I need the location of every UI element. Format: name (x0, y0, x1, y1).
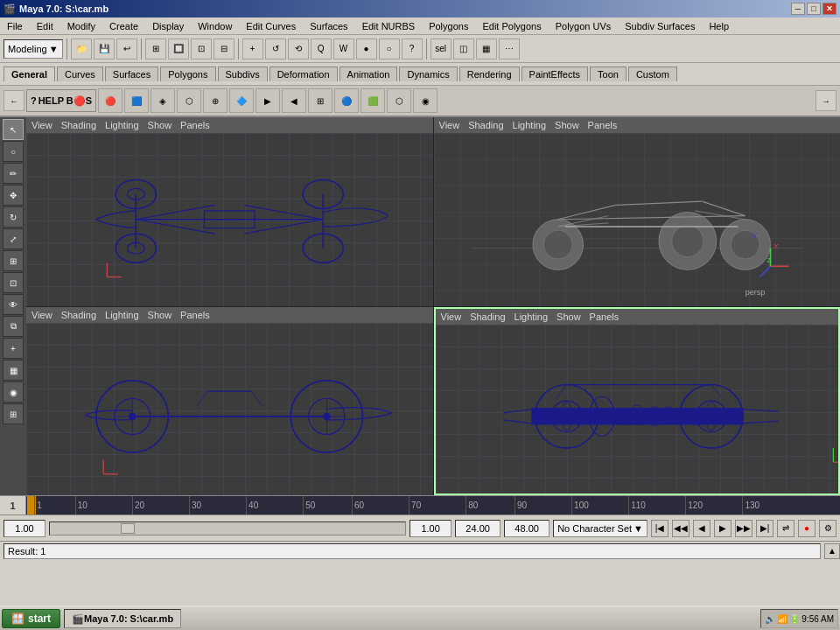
toolbar-btn-18[interactable]: ⋯ (499, 38, 520, 60)
tool-show[interactable]: 👁 (3, 294, 24, 315)
vp-persp-lighting[interactable]: Lighting (513, 120, 547, 130)
toolbar-btn-2[interactable]: 💾 (94, 38, 115, 60)
shelf-tab-polygons[interactable]: Polygons (160, 66, 215, 81)
toolbar-btn-1[interactable]: 📁 (71, 38, 92, 60)
vp-side-panels[interactable]: Panels (590, 312, 620, 322)
playback-prev-frame[interactable]: |◀ (651, 520, 668, 537)
toolbar-btn-16[interactable]: ◫ (453, 38, 474, 60)
playback-play-back[interactable]: ◀ (693, 520, 710, 537)
range-end-input[interactable] (410, 520, 452, 537)
tool-camera[interactable]: ◉ (3, 382, 24, 402)
menu-edit-nurbs[interactable]: Edit NURBS (359, 20, 419, 32)
toolbar-btn-11[interactable]: Q (311, 38, 332, 60)
shelf-tab-deformation[interactable]: Deformation (270, 66, 338, 81)
tool-lasso[interactable]: ○ (3, 141, 24, 162)
character-set-dropdown[interactable]: No Character Set ▼ (553, 520, 648, 537)
toolbar-btn-sel[interactable]: sel (430, 38, 452, 60)
shelf-icon-6[interactable]: 🔷 (229, 88, 254, 113)
toolbar-btn-9[interactable]: ↺ (265, 38, 286, 60)
menu-polygons[interactable]: Polygons (425, 20, 472, 32)
start-button[interactable]: 🪟 start (2, 609, 60, 628)
shelf-icon-7[interactable]: ▶ (256, 88, 280, 113)
vp-persp-shading[interactable]: Shading (468, 120, 503, 130)
vp-side-lighting[interactable]: Lighting (514, 312, 549, 322)
vp-persp-show[interactable]: Show (555, 120, 579, 130)
playback-settings[interactable]: ⚙ (819, 520, 836, 537)
menu-edit-curves[interactable]: Edit Curves (242, 20, 299, 32)
menu-surfaces[interactable]: Surfaces (306, 20, 351, 32)
shelf-icon-3[interactable]: ◈ (150, 88, 175, 113)
menu-create[interactable]: Create (106, 20, 142, 32)
shelf-tab-general[interactable]: General (4, 66, 55, 81)
vp-front-view[interactable]: View (32, 310, 52, 320)
vp-top-shading[interactable]: Shading (61, 120, 96, 130)
shelf-icon-2[interactable]: 🟦 (124, 88, 149, 113)
menu-display[interactable]: Display (149, 20, 187, 32)
close-button[interactable]: ✕ (822, 3, 836, 15)
record-button[interactable]: ● (798, 520, 816, 537)
playback-next-frame[interactable]: ▶| (756, 520, 774, 537)
tool-soft[interactable]: ⊡ (3, 272, 24, 293)
anim-end-input[interactable] (455, 520, 500, 537)
viewport-top-content[interactable] (26, 133, 433, 306)
playback-play-fwd[interactable]: ▶ (714, 520, 732, 537)
menu-window[interactable]: Window (194, 20, 235, 32)
toolbar-btn-13[interactable]: ● (356, 38, 377, 60)
vp-persp-panels[interactable]: Panels (588, 120, 618, 130)
vp-side-view[interactable]: View (441, 312, 462, 322)
vp-top-view[interactable]: View (32, 120, 52, 130)
toolbar-btn-6[interactable]: ⊡ (191, 38, 212, 60)
toolbar-btn-3[interactable]: ↩ (116, 38, 137, 60)
shelf-icon-12[interactable]: ⬡ (387, 88, 411, 113)
shelf-tab-dynamics[interactable]: Dynamics (399, 66, 457, 81)
shelf-icon-13[interactable]: ◉ (413, 88, 438, 113)
toolbar-btn-15[interactable]: ? (402, 38, 423, 60)
shelf-tab-rendering[interactable]: Rendering (459, 66, 520, 81)
vp-front-panels[interactable]: Panels (180, 310, 210, 320)
vp-top-lighting[interactable]: Lighting (105, 120, 139, 130)
shelf-icon-10[interactable]: 🔵 (334, 88, 359, 113)
shelf-tab-painteffects[interactable]: PaintEffects (522, 66, 589, 81)
tool-scale[interactable]: ⤢ (3, 228, 24, 249)
menu-help[interactable]: Help (705, 20, 732, 32)
tool-rotate[interactable]: ↻ (3, 206, 24, 228)
shelf-scroll-right[interactable]: → (816, 90, 836, 111)
playback-slider[interactable] (49, 522, 406, 536)
viewport-side-content[interactable] (436, 325, 839, 494)
tool-render[interactable]: ▦ (3, 360, 24, 381)
toolbar-btn-17[interactable]: ▦ (476, 38, 497, 60)
menu-edit-polygons[interactable]: Edit Polygons (479, 20, 544, 32)
vp-front-show[interactable]: Show (148, 310, 172, 320)
taskbar-maya-app[interactable]: 🎬 Maya 7.0: S:\car.mb (64, 609, 181, 628)
menu-modify[interactable]: Modify (64, 20, 99, 32)
menu-edit[interactable]: Edit (33, 20, 57, 32)
shelf-icon-8[interactable]: ◀ (282, 88, 306, 113)
vp-front-shading[interactable]: Shading (61, 310, 96, 320)
vp-persp-view[interactable]: View (439, 120, 460, 130)
minimize-button[interactable]: ─ (791, 3, 805, 15)
modeling-dropdown[interactable]: Modeling ▼ (4, 39, 63, 59)
shelf-icon-5[interactable]: ⊕ (203, 88, 228, 113)
shelf-tab-subdivs[interactable]: Subdivs (218, 66, 268, 81)
shelf-icon-11[interactable]: 🟩 (360, 88, 385, 113)
shelf-tab-curves[interactable]: Curves (57, 66, 103, 81)
tool-paint[interactable]: ✏ (3, 163, 24, 184)
vp-side-shading[interactable]: Shading (470, 312, 505, 322)
status-expand-icon[interactable]: ▲ (824, 543, 840, 559)
shelf-icon-1[interactable]: 🔴 (98, 88, 122, 113)
toolbar-btn-7[interactable]: ⊟ (214, 38, 234, 60)
vp-top-show[interactable]: Show (148, 120, 172, 130)
tool-grid[interactable]: ⊞ (3, 403, 24, 424)
tool-select[interactable]: ↖ (3, 119, 24, 140)
shelf-tab-toon[interactable]: Toon (590, 66, 626, 81)
shelf-left-tool[interactable]: ← (4, 90, 24, 111)
toolbar-btn-5[interactable]: 🔲 (168, 38, 189, 60)
menu-polygon-uvs[interactable]: Polygon UVs (552, 20, 615, 32)
menu-subdiv-surfaces[interactable]: Subdiv Surfaces (621, 20, 698, 32)
shelf-icon-4[interactable]: ⬡ (177, 88, 201, 113)
shelf-tab-animation[interactable]: Animation (340, 66, 398, 81)
toolbar-btn-10[interactable]: ⟲ (288, 38, 309, 60)
playback-prev-key[interactable]: ◀◀ (672, 520, 690, 537)
tool-layer[interactable]: ⧉ (3, 316, 24, 337)
tool-snap[interactable]: + (3, 338, 24, 359)
